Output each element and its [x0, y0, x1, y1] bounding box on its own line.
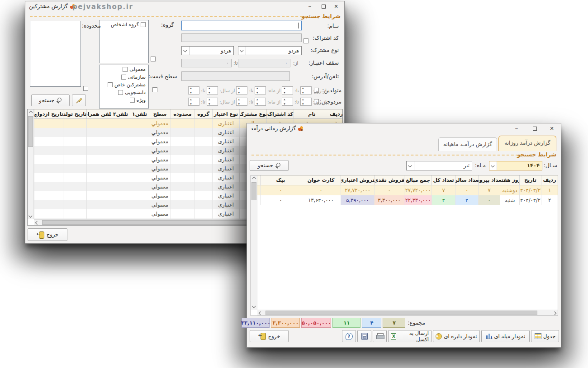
- name-input[interactable]: [181, 21, 302, 30]
- credit-label: سقف اعتبـار:: [308, 60, 339, 66]
- table-cell: ۲۷,۷۲۰,۰۰۰: [341, 185, 374, 195]
- daily-income-grid[interactable]: ردیفتاریخروز هفتهتعداد بیرونتعداد سالنتع…: [257, 175, 558, 310]
- scroll-left-icon[interactable]: [34, 220, 40, 226]
- tab-daily-income[interactable]: گزارش درآمد روزانه: [498, 136, 556, 151]
- income-table-rows[interactable]: ۱۱۴۰۴/۰۴/۲۳دوشنبه۷۰۷۲۷,۷۲۰,۰۰۰۰۲۷,۷۲۰,۰۰…: [257, 185, 558, 205]
- chevron-down-icon[interactable]: [407, 161, 414, 170]
- excel-icon: [391, 333, 396, 340]
- tab-monthly-income[interactable]: گزارش درآمـد ماهیانه: [438, 137, 497, 151]
- vertical-scroll-thumb[interactable]: [251, 182, 256, 200]
- subscribers-table-header[interactable]: ردیفنامکد اشتراکنوع مشترکنوع اعتبارگروهم…: [34, 109, 342, 119]
- horizontal-scrollbar[interactable]: [257, 310, 558, 316]
- chevron-down-icon[interactable]: [238, 47, 246, 55]
- minimize-button[interactable]: [303, 1, 316, 12]
- bar-chart-button[interactable]: نمودار میله ای: [481, 330, 530, 342]
- pie-chart-button[interactable]: نمودار دایره ای: [433, 330, 480, 342]
- clear-button[interactable]: [72, 94, 86, 106]
- type-combo-1[interactable]: هردو: [238, 46, 302, 55]
- search-button[interactable]: جستجو: [250, 160, 289, 171]
- date-spinner[interactable]: [188, 98, 199, 106]
- born-extra-checkbox[interactable]: [152, 87, 157, 92]
- scroll-up-icon[interactable]: [251, 175, 257, 182]
- table-header-row[interactable]: ردیفتاریخروز هفتهتعداد بیرونتعداد سالنتع…: [257, 175, 558, 185]
- vertical-scrollbar[interactable]: [28, 109, 34, 219]
- date-spinner[interactable]: [300, 98, 312, 106]
- date-spinner[interactable]: [236, 86, 247, 94]
- exit-button-label: خروج: [268, 333, 280, 340]
- scroll-left-icon[interactable]: [257, 310, 264, 316]
- price-level-item[interactable]: سازمانی: [100, 74, 146, 80]
- chevron-down-icon[interactable]: [182, 47, 190, 55]
- group-listbox[interactable]: گروه اشخاص: [99, 20, 149, 63]
- print-button[interactable]: [373, 330, 387, 342]
- win2-titlebar[interactable]: گزارش زمانی درآمد: [247, 123, 561, 134]
- price-level-checkbox[interactable]: [130, 98, 135, 103]
- date-spinner[interactable]: [300, 86, 312, 94]
- price-level-item[interactable]: دانشجویی: [100, 90, 146, 95]
- range-listbox[interactable]: [30, 21, 81, 87]
- scroll-down-icon[interactable]: [28, 213, 34, 219]
- credit-checkbox[interactable]: [151, 57, 156, 61]
- price-level-item[interactable]: مشترکین خاص: [100, 82, 146, 88]
- month-combo[interactable]: تیر: [406, 161, 472, 170]
- table-cell: [63, 155, 86, 164]
- vertical-scrollbar[interactable]: [251, 175, 257, 310]
- date-spinner[interactable]: [282, 98, 293, 106]
- date-spinner[interactable]: [255, 86, 266, 94]
- column-header: محدوده: [171, 109, 194, 118]
- horizontal-scroll-thumb[interactable]: [266, 311, 537, 315]
- price-level-item[interactable]: ویژه: [100, 97, 146, 103]
- minimize-button[interactable]: [510, 123, 523, 134]
- price-levels-listbox[interactable]: معمولیسازمانیمشترکین خاصدانشجوییویژه: [99, 65, 149, 109]
- date-spinner[interactable]: [188, 86, 199, 94]
- table-cell: [111, 119, 130, 128]
- price-level-checkbox[interactable]: [118, 90, 123, 95]
- range-checkbox[interactable]: [83, 86, 88, 91]
- date-spinner[interactable]: [255, 98, 266, 106]
- group-item-checkbox[interactable]: [141, 22, 146, 27]
- exit-button[interactable]: خروج: [250, 330, 289, 342]
- price-level-item[interactable]: معمولی: [100, 66, 146, 72]
- maximize-button[interactable]: [528, 123, 541, 134]
- table-header-row[interactable]: ردیفنامکد اشتراکنوع مشترکنوع اعتبارگروهم…: [34, 109, 342, 119]
- date-spinner[interactable]: [207, 86, 218, 94]
- table-cell: [171, 137, 194, 146]
- table-cell: ۰: [301, 185, 341, 195]
- scroll-down-icon[interactable]: [251, 303, 257, 310]
- price-level-label: سطح قیمت:: [148, 73, 177, 80]
- price-level-checkbox[interactable]: [121, 75, 126, 80]
- calculator-button[interactable]: [357, 330, 371, 342]
- table-row[interactable]: ۱۱۴۰۴/۰۴/۲۳دوشنبه۷۰۷۲۷,۷۲۰,۰۰۰۰۲۷,۷۲۰,۰۰…: [257, 185, 558, 195]
- horizontal-scroll-thumb[interactable]: [42, 220, 279, 225]
- date-spinner[interactable]: [282, 86, 293, 94]
- price-level-checkbox[interactable]: [123, 67, 128, 72]
- maximize-button[interactable]: [317, 1, 330, 12]
- date-spinner[interactable]: [236, 98, 247, 106]
- table-view-button[interactable]: جدول: [531, 330, 559, 342]
- search-button[interactable]: جستجو: [31, 94, 70, 106]
- scroll-up-icon[interactable]: [28, 109, 34, 116]
- vertical-scroll-thumb[interactable]: [28, 116, 33, 147]
- column-header: تلفن۲: [111, 109, 130, 118]
- year-combo[interactable]: ۱۴۰۴: [489, 161, 542, 170]
- chevron-down-icon[interactable]: [489, 161, 497, 170]
- code-checkbox[interactable]: [303, 38, 308, 43]
- export-excel-button[interactable]: ارسال به اکسل: [388, 330, 432, 342]
- phone-address-input[interactable]: [181, 71, 290, 81]
- credit-from-input[interactable]: ۰: [238, 59, 290, 67]
- price-level-checkbox[interactable]: [108, 82, 113, 87]
- scroll-right-icon[interactable]: [551, 310, 558, 316]
- close-button[interactable]: [330, 1, 342, 12]
- income-table-header[interactable]: ردیفتاریخروز هفتهتعداد بیرونتعداد سالنتع…: [257, 175, 558, 185]
- type-combo-2[interactable]: هردو: [181, 46, 234, 55]
- table-row[interactable]: ۲۱۴۰۴/۰۴/۲۱شنبه۰۴۴۲۲,۳۳۰,۰۰۰۳,۳۰۰,۰۰۰۵,۳…: [257, 195, 558, 205]
- table-cell: معمولي: [149, 209, 171, 218]
- close-button[interactable]: [545, 123, 558, 134]
- code-input[interactable]: [181, 33, 302, 42]
- help-button[interactable]: [342, 330, 356, 342]
- credit-to-input[interactable]: ۰: [181, 59, 232, 67]
- table-cell: [86, 182, 111, 191]
- group-list-item[interactable]: گروه اشخاص: [100, 22, 146, 28]
- exit-button[interactable]: خروج: [28, 228, 67, 241]
- date-spinner[interactable]: [207, 98, 218, 106]
